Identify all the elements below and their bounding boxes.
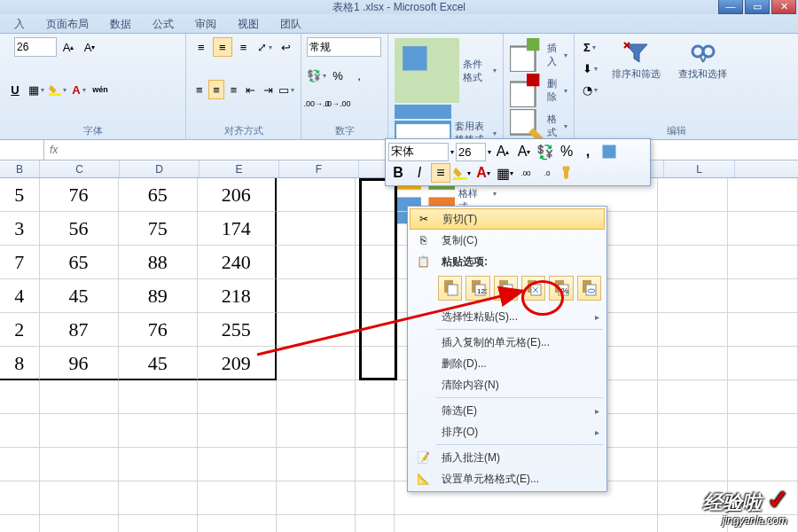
- empty-cell[interactable]: [0, 515, 40, 532]
- empty-cell[interactable]: [0, 481, 40, 515]
- empty-cell[interactable]: [40, 448, 119, 481]
- empty-cell[interactable]: [658, 279, 728, 313]
- empty-cell[interactable]: [198, 481, 277, 515]
- ctx-clear[interactable]: 清除内容(N): [410, 374, 605, 395]
- data-cell[interactable]: 5: [0, 178, 40, 212]
- empty-cell[interactable]: [356, 448, 395, 481]
- mini-inc-dec-icon[interactable]: .00: [516, 163, 536, 183]
- align-bottom-icon[interactable]: ≡: [234, 37, 254, 57]
- data-cell[interactable]: 88: [119, 246, 198, 279]
- data-cell[interactable]: 240: [198, 246, 277, 279]
- close-button[interactable]: ✕: [771, 0, 796, 14]
- data-cell[interactable]: 8: [0, 347, 40, 380]
- empty-cell[interactable]: [198, 414, 277, 448]
- mini-currency-icon[interactable]: 💱: [536, 142, 555, 161]
- ctx-cut[interactable]: ✂ 剪切(T): [410, 208, 605, 230]
- empty-cell[interactable]: [277, 178, 356, 212]
- tab-team[interactable]: 团队: [270, 14, 312, 33]
- empty-cell[interactable]: [277, 515, 356, 532]
- empty-cell[interactable]: [728, 380, 798, 414]
- data-cell[interactable]: 87: [40, 313, 119, 347]
- empty-cell[interactable]: [658, 414, 728, 448]
- empty-cell[interactable]: [277, 246, 356, 279]
- mini-bold-icon[interactable]: B: [388, 163, 408, 183]
- empty-cell[interactable]: [40, 515, 119, 532]
- paste-all[interactable]: [438, 276, 462, 301]
- empty-cell[interactable]: [728, 448, 798, 481]
- data-cell[interactable]: 89: [119, 279, 198, 313]
- comma-icon[interactable]: ,: [349, 66, 369, 85]
- empty-cell[interactable]: [356, 515, 395, 532]
- col-e[interactable]: E: [200, 160, 279, 177]
- percent-icon[interactable]: %: [328, 66, 348, 85]
- autosum-icon[interactable]: Σ: [580, 37, 599, 57]
- merge-cells-icon[interactable]: ▭: [278, 80, 295, 99]
- empty-cell[interactable]: [658, 313, 728, 347]
- increase-indent-icon[interactable]: ⇥: [261, 80, 276, 99]
- empty-cell[interactable]: [40, 481, 119, 515]
- tab-review[interactable]: 审阅: [184, 14, 227, 33]
- empty-cell[interactable]: [356, 414, 395, 448]
- ctx-insert-comment[interactable]: 📝插入批注(M): [410, 447, 605, 468]
- fill-icon[interactable]: ⬇: [580, 59, 599, 78]
- clear-icon[interactable]: ◔: [580, 80, 599, 99]
- align-middle-icon[interactable]: ≡: [213, 37, 232, 57]
- empty-cell[interactable]: [728, 347, 798, 380]
- mini-center-icon[interactable]: ≡: [431, 163, 450, 183]
- mini-shrink-font-icon[interactable]: A▾: [514, 142, 534, 161]
- empty-cell[interactable]: [119, 515, 198, 532]
- sort-filter[interactable]: 排序和筛选: [606, 37, 666, 99]
- data-cell[interactable]: 76: [119, 313, 198, 347]
- paste-values[interactable]: 123: [466, 276, 489, 301]
- col-b[interactable]: B: [0, 160, 40, 177]
- data-cell[interactable]: 7: [0, 246, 40, 279]
- empty-cell[interactable]: [0, 380, 40, 414]
- paste-formulas[interactable]: fx: [494, 276, 518, 301]
- delete-cells[interactable]: 删除: [509, 73, 568, 108]
- data-cell[interactable]: 206: [198, 178, 277, 212]
- increase-decimal-icon[interactable]: .00→.0: [307, 94, 326, 113]
- mini-border-icon[interactable]: ▦▾: [495, 163, 514, 183]
- mini-italic-icon[interactable]: I: [410, 163, 429, 183]
- align-right-icon[interactable]: ≡: [226, 80, 241, 99]
- align-center-icon[interactable]: ≡: [208, 80, 223, 99]
- ctx-insert-copied[interactable]: 插入复制的单元格(E)...: [410, 332, 605, 353]
- empty-cell[interactable]: [198, 380, 277, 414]
- col-l[interactable]: L: [664, 160, 735, 177]
- find-select[interactable]: 查找和选择: [673, 37, 732, 99]
- tab-insert[interactable]: 入: [4, 14, 35, 33]
- insert-cells[interactable]: 插入: [509, 37, 568, 73]
- wrap-text-icon[interactable]: ↩: [276, 37, 295, 57]
- empty-cell[interactable]: [119, 448, 198, 481]
- mini-format-painter-icon[interactable]: [559, 163, 578, 183]
- paste-transpose[interactable]: [521, 276, 545, 301]
- empty-cell[interactable]: [0, 414, 40, 448]
- col-d[interactable]: D: [120, 160, 200, 177]
- data-cell[interactable]: 96: [40, 347, 119, 380]
- ctx-format-cells[interactable]: 📐设置单元格格式(E)...: [410, 468, 605, 489]
- decrease-decimal-icon[interactable]: .0→.00: [328, 94, 348, 113]
- empty-cell[interactable]: [728, 178, 798, 212]
- empty-cell[interactable]: [356, 380, 395, 414]
- font-size[interactable]: [14, 37, 57, 57]
- empty-cell[interactable]: [356, 347, 395, 380]
- data-cell[interactable]: 2: [0, 313, 40, 347]
- number-format[interactable]: [307, 37, 381, 57]
- empty-cell[interactable]: [658, 380, 728, 414]
- tab-page-layout[interactable]: 页面布局: [35, 14, 99, 33]
- mini-fill-icon[interactable]: ▾: [452, 163, 472, 183]
- ctx-filter[interactable]: 筛选(E): [410, 400, 605, 421]
- data-cell[interactable]: 56: [40, 212, 119, 246]
- underline-icon[interactable]: U: [5, 80, 25, 99]
- ctx-sort[interactable]: 排序(O): [410, 421, 605, 442]
- empty-cell[interactable]: [356, 279, 395, 313]
- empty-cell[interactable]: [119, 380, 198, 414]
- empty-cell[interactable]: [277, 380, 356, 414]
- data-cell[interactable]: 174: [198, 212, 277, 246]
- mini-font-color-icon[interactable]: A▾: [473, 163, 493, 183]
- fill-color-icon[interactable]: [48, 80, 67, 99]
- empty-cell[interactable]: [0, 448, 40, 481]
- data-cell[interactable]: 76: [40, 178, 119, 212]
- maximize-button[interactable]: ▭: [745, 0, 770, 14]
- tab-formulas[interactable]: 公式: [142, 14, 184, 33]
